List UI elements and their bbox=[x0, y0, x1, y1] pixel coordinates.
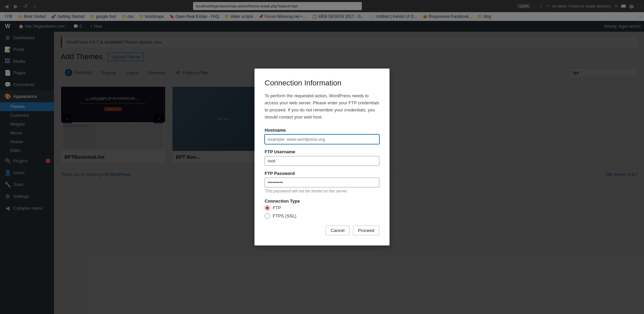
ftp-password-group: FTP Password This password will not be s… bbox=[265, 171, 379, 193]
dialog-description: To perform the requested action, WordPre… bbox=[265, 93, 379, 121]
hostname-label: Hostname bbox=[265, 128, 379, 133]
connection-type-group: Connection Type FTP FTPS (SSL) bbox=[265, 199, 379, 219]
password-note: This password will not be stored on the … bbox=[265, 189, 379, 193]
ftp-radio-label: FTP bbox=[273, 205, 281, 210]
ftps-radio-label: FTPS (SSL) bbox=[273, 213, 296, 218]
ftp-username-label: FTP Username bbox=[265, 149, 379, 154]
ftp-password-input[interactable] bbox=[265, 178, 379, 187]
ftp-radio[interactable] bbox=[265, 205, 270, 211]
connection-type-label: Connection Type bbox=[265, 199, 379, 204]
hostname-input[interactable] bbox=[265, 134, 379, 144]
ftp-username-group: FTP Username bbox=[265, 149, 379, 166]
hostname-group: Hostname bbox=[265, 128, 379, 144]
proceed-button[interactable]: Proceed bbox=[353, 226, 379, 235]
dialog-actions: Cancel Proceed bbox=[265, 226, 379, 235]
ftps-radio[interactable] bbox=[265, 213, 270, 219]
dialog-backdrop: Connection Information To perform the re… bbox=[0, 0, 644, 314]
cancel-button[interactable]: Cancel bbox=[326, 226, 349, 235]
connection-info-dialog: Connection Information To perform the re… bbox=[254, 69, 390, 245]
ftp-username-input[interactable] bbox=[265, 156, 379, 166]
ftp-password-label: FTP Password bbox=[265, 171, 379, 176]
ftp-radio-option[interactable]: FTP bbox=[265, 205, 379, 211]
dialog-title: Connection Information bbox=[265, 79, 379, 87]
ftps-radio-option[interactable]: FTPS (SSL) bbox=[265, 213, 379, 219]
